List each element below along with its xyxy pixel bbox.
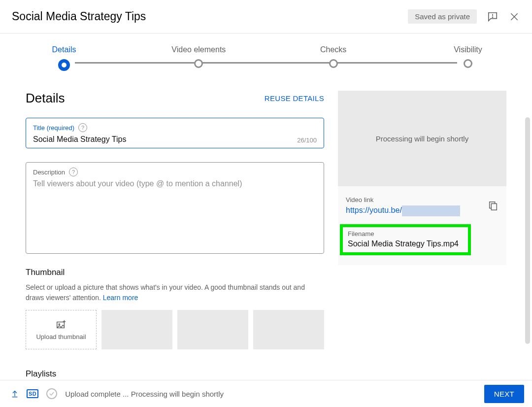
- svg-rect-8: [491, 204, 497, 210]
- content: Details REUSE DETAILS Title (required) ?…: [0, 71, 532, 384]
- upload-thumbnail-label: Upload thumbnail: [36, 333, 86, 340]
- dialog-footer: SD Upload complete ... Processing will b…: [0, 380, 532, 407]
- playlists-heading: Playlists: [26, 369, 324, 379]
- close-icon[interactable]: [508, 11, 520, 23]
- description-field[interactable]: Description ?: [26, 162, 324, 254]
- footer-status-group: SD Upload complete ... Processing will b…: [11, 388, 224, 399]
- description-label: Description: [33, 169, 65, 176]
- section-title: Details: [26, 91, 65, 106]
- dialog-header: Social Media Strategy Tips Saved as priv…: [0, 0, 532, 34]
- title-char-count: 26/100: [297, 136, 317, 144]
- title-label-row: Title (required) ?: [33, 123, 317, 132]
- help-icon[interactable]: ?: [69, 168, 78, 176]
- svg-point-5: [59, 323, 60, 324]
- processing-text: Processing will begin shortly: [376, 135, 468, 143]
- description-label-row: Description ?: [33, 168, 317, 176]
- filename-block: Filename Social Media Strategy Tips.mp4: [340, 224, 471, 255]
- video-link-row: Video link https://youtu.be/: [346, 196, 499, 216]
- check-icon: [46, 388, 57, 399]
- copy-icon[interactable]: [488, 200, 499, 213]
- content-scroll: Details REUSE DETAILS Title (required) ?…: [0, 71, 532, 384]
- step-dot: [329, 59, 338, 68]
- step-dot: [58, 59, 70, 71]
- step-dot: [194, 59, 203, 68]
- step-label: Details: [52, 45, 76, 54]
- thumbnail-slot: [253, 310, 324, 349]
- footer-status-text: Upload complete ... Processing will begi…: [65, 390, 224, 398]
- step-label: Checks: [320, 45, 346, 54]
- upload-icon: [11, 389, 19, 399]
- thumbnail-heading: Thumbnail: [26, 268, 324, 277]
- video-link[interactable]: https://youtu.be/: [346, 205, 460, 216]
- stepper-line: [75, 62, 457, 64]
- description-input[interactable]: [33, 179, 317, 248]
- reuse-details-button[interactable]: REUSE DETAILS: [265, 94, 324, 102]
- preview-meta: Video link https://youtu.be/ Filename So…: [338, 186, 506, 265]
- feedback-icon[interactable]: [487, 11, 499, 23]
- thumbnail-description: Select or upload a picture that shows wh…: [26, 282, 324, 303]
- header-actions: Saved as private: [408, 9, 520, 24]
- dialog-title: Social Media Strategy Tips: [12, 10, 146, 23]
- video-link-block: Video link https://youtu.be/: [346, 196, 460, 216]
- scrollbar[interactable]: [525, 117, 530, 344]
- help-icon[interactable]: ?: [78, 123, 87, 132]
- sd-badge: SD: [27, 389, 38, 398]
- image-add-icon: [56, 319, 66, 330]
- save-status-badge: Saved as private: [408, 9, 477, 24]
- video-link-prefix: https://youtu.be/: [346, 206, 402, 214]
- title-field[interactable]: Title (required) ? 26/100: [26, 118, 324, 148]
- thumbnail-slot: [177, 310, 248, 349]
- video-link-id-redacted: [402, 205, 460, 216]
- progress-stepper: Details Video elements Checks Visibility: [0, 34, 532, 71]
- thumbnail-desc-text: Select or upload a picture that shows wh…: [26, 283, 305, 302]
- section-header: Details REUSE DETAILS: [26, 91, 324, 106]
- filename-label: Filename: [348, 230, 463, 237]
- preview-column: Processing will begin shortly Video link…: [338, 91, 506, 384]
- step-label: Video elements: [171, 45, 226, 54]
- title-label: Title (required): [33, 124, 74, 132]
- thumbnail-slot: [101, 310, 172, 349]
- thumbnail-row: Upload thumbnail: [26, 310, 324, 349]
- step-label: Visibility: [454, 45, 482, 54]
- video-link-label: Video link: [346, 196, 460, 204]
- step-dot: [464, 59, 472, 68]
- learn-more-link[interactable]: Learn more: [103, 294, 138, 302]
- svg-point-1: [492, 17, 493, 17]
- upload-thumbnail-button[interactable]: Upload thumbnail: [26, 310, 97, 349]
- title-input[interactable]: [33, 135, 317, 144]
- details-column: Details REUSE DETAILS Title (required) ?…: [26, 91, 324, 384]
- next-button[interactable]: NEXT: [484, 385, 524, 403]
- filename-value: Social Media Strategy Tips.mp4: [348, 239, 463, 248]
- video-preview: Processing will begin shortly: [338, 91, 506, 186]
